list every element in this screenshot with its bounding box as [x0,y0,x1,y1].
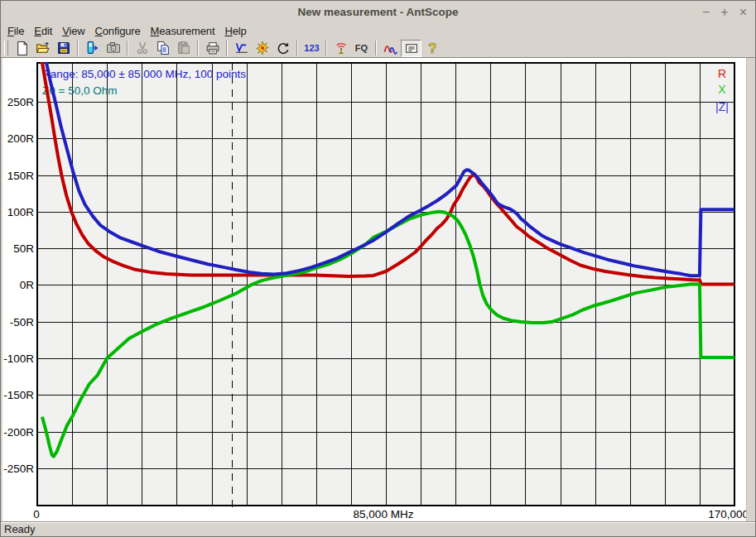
chart-panel: 250R200R150R100R50R0R-50R-100R-150R-200R… [2,58,748,523]
toolbar-button-numeric-view[interactable]: 123 [301,40,322,57]
toolbar-button-screenshot[interactable] [103,40,123,57]
chart-svg: 250R200R150R100R50R0R-50R-100R-150R-200R… [2,58,749,523]
toolbar-separator [325,41,327,55]
toolbar-separator [296,41,298,55]
menu-item-help[interactable]: Help [219,23,251,39]
y-tick-label: -200R [3,426,34,439]
menubar: FileEditViewConfigureMeasurementHelp [1,23,755,39]
maximize-button[interactable]: + [720,1,728,23]
clipboard-icon [176,41,191,55]
refresh-arrows-icon [276,41,291,55]
toolbar-button-antenna-mode[interactable] [330,40,351,57]
toolbar-separator [77,41,79,55]
window-right-frame [746,58,755,523]
minimize-button[interactable]: − [702,1,710,23]
status-text: Ready [4,523,36,535]
menu-item-configure[interactable]: Configure [90,23,146,39]
legend-item-X: X [718,83,726,96]
close-button[interactable]: × [739,1,747,23]
antscope-window: New measurement - AntScope −+× FileEditV… [0,0,756,537]
toolbar-button-new-measurement[interactable] [12,40,32,57]
toolbar-button-help[interactable]: ? [421,40,442,57]
svg-text:?: ? [428,41,436,55]
toolbar-button-calibration[interactable] [252,40,272,57]
toolbar-button-notes-view[interactable] [401,40,421,57]
window-controls: −+× [702,1,747,23]
star-burst-icon [255,41,270,55]
y-tick-label: 100R [7,206,35,218]
menu-item-edit[interactable]: Edit [29,23,57,39]
toolbar-button-chart-view[interactable] [231,40,252,57]
y-tick-label: 0R [20,279,35,291]
copy-pages-icon [156,41,171,55]
numeric-view-label: 123 [304,43,319,53]
window-title: New measurement - AntScope [298,6,459,18]
y-tick-label: -50R [10,316,35,328]
x-tick-label: 0 [33,508,40,520]
toolbar-button-save[interactable] [53,40,74,57]
toolbar-gripper[interactable] [4,41,8,55]
toolbar-button-refresh[interactable] [272,40,293,57]
title-bar[interactable]: New measurement - AntScope −+× [1,1,755,23]
menu-item-measurement[interactable]: Measurement [146,23,220,39]
new-document-icon [15,41,30,55]
y-tick-label: 250R [7,96,35,108]
status-bar: Ready [1,521,755,536]
toolbar-button-print[interactable] [202,40,223,57]
notes-list-icon [404,41,419,55]
toolbar-button-paste [173,40,194,57]
toolbar-button-cut [132,40,152,57]
y-tick-label: -250R [3,463,34,475]
y-tick-label: 200R [7,132,35,145]
save-floppy-icon [56,41,71,55]
x-tick-label: 85,000 MHz [354,508,414,520]
toolbar-button-connect-analyzer[interactable] [82,40,103,57]
printer-icon [205,41,220,55]
y-tick-label: -100R [3,352,34,365]
chart-line-icon [234,41,249,55]
x-tick-label: 170,000 [708,508,749,520]
y-tick-label: -150R [3,389,34,401]
open-folder-icon [36,41,51,55]
y-tick-label: 150R [7,170,35,182]
menu-item-view[interactable]: View [57,23,89,39]
toolbar-button-traces-view[interactable] [380,40,401,57]
toolbar-button-frequency-settings[interactable]: FQ [351,40,372,57]
y-tick-label: 50R [13,242,34,255]
scissors-icon [135,41,150,55]
range-annotation: Range: 85,000 ± 85,000 MHz, 100 points [42,68,246,80]
frequency-settings-label: FQ [355,43,368,53]
question-mark-icon: ? [425,41,440,55]
antenna-icon [334,41,349,55]
toolbar-separator [197,41,199,55]
legend-item-R: R [718,67,726,80]
toolbar-separator [127,41,128,55]
camera-icon [106,41,121,55]
legend-item-Z: |Z| [715,100,729,113]
analyzer-device-icon [85,41,100,55]
toolbar-button-copy[interactable] [152,40,173,57]
toolbar: 123FQ? [1,39,755,58]
toolbar-separator [226,41,228,55]
toolbar-button-open-file[interactable] [32,40,53,57]
toolbar-separator [375,41,377,55]
menu-item-file[interactable]: File [2,23,29,39]
traces-icon [383,41,398,55]
